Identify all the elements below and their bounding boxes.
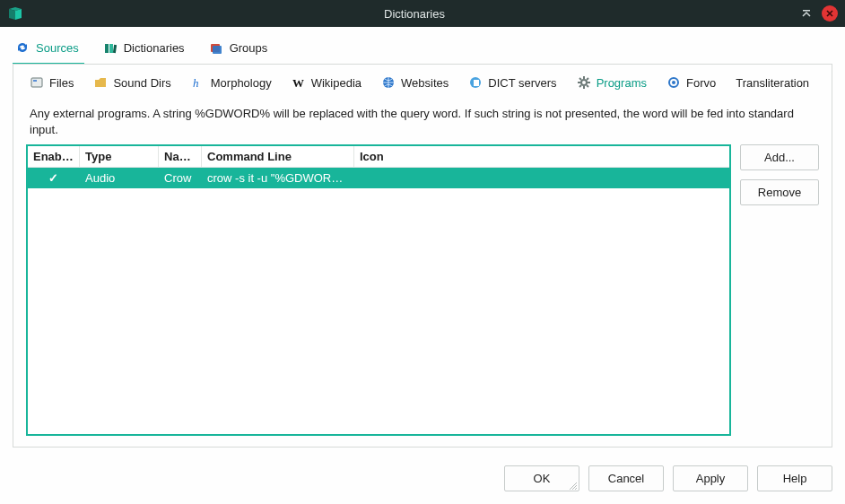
col-name[interactable]: Name xyxy=(159,146,202,167)
svg-rect-0 xyxy=(803,10,810,12)
main-tabs: Sources Dictionaries Groups xyxy=(0,27,845,64)
resize-grip-icon xyxy=(570,482,577,490)
morph-icon: h xyxy=(191,75,205,90)
forvo-icon xyxy=(666,75,681,90)
svg-line-21 xyxy=(579,85,581,87)
svg-line-20 xyxy=(587,78,588,80)
svg-rect-5 xyxy=(213,46,222,54)
svg-text:W: W xyxy=(292,76,304,89)
svg-point-13 xyxy=(581,80,587,85)
add-button[interactable]: Add... xyxy=(740,144,819,170)
drive-icon xyxy=(30,75,44,90)
cell-type[interactable]: Audio xyxy=(80,168,159,188)
tab-sources-label: Sources xyxy=(36,41,79,55)
sub-tab-programs[interactable]: Programs xyxy=(577,75,647,93)
sub-tab-files-label: Files xyxy=(49,76,74,90)
remove-button[interactable]: Remove xyxy=(740,179,819,205)
description-text: Any external programs. A string %GDWORD%… xyxy=(26,102,819,144)
check-icon: ✓ xyxy=(33,171,74,185)
tab-groups[interactable]: Groups xyxy=(206,36,274,64)
sub-tab-forvo[interactable]: Forvo xyxy=(666,75,716,93)
sub-tab-transliteration-label: Transliteration xyxy=(736,76,809,90)
dialog-buttons: OK Cancel Apply Help xyxy=(0,456,845,504)
tab-dictionaries-label: Dictionaries xyxy=(124,41,185,55)
sub-tab-websites[interactable]: Websites xyxy=(381,75,449,93)
col-icon[interactable]: Icon xyxy=(354,146,729,167)
tab-sources[interactable]: Sources xyxy=(13,36,84,65)
sub-tab-sounddirs[interactable]: Sound Dirs xyxy=(93,75,170,93)
sub-tab-transliteration[interactable]: Transliteration xyxy=(736,76,809,93)
content-frame: Files Sound Dirs h Morphology W Wikipedi… xyxy=(13,64,832,448)
apply-button[interactable]: Apply xyxy=(673,465,748,491)
sub-tab-wikipedia[interactable]: W Wikipedia xyxy=(292,75,362,93)
col-type[interactable]: Type xyxy=(80,146,159,167)
sub-tab-dict[interactable]: DICT servers xyxy=(468,75,556,93)
svg-rect-6 xyxy=(31,78,42,87)
books-icon xyxy=(102,40,118,56)
sub-tabs: Files Sound Dirs h Morphology W Wikipedi… xyxy=(26,74,819,102)
window-controls xyxy=(798,5,838,22)
wikipedia-icon: W xyxy=(292,75,306,90)
cancel-button[interactable]: Cancel xyxy=(588,465,664,491)
refresh-icon xyxy=(14,39,30,56)
table-action-row: Enabled Type Name Command Line Icon ✓ Au… xyxy=(26,144,819,436)
globe-icon xyxy=(381,75,396,90)
app-icon xyxy=(7,5,23,22)
sub-tab-files[interactable]: Files xyxy=(30,75,74,93)
table-row[interactable]: ✓ Audio Crow crow -s it -u "%GDWORD%" xyxy=(28,168,729,188)
gear-icon xyxy=(577,75,591,90)
table-header: Enabled Type Name Command Line Icon xyxy=(28,146,729,168)
sub-tab-morphology[interactable]: h Morphology xyxy=(191,75,272,93)
window-title: Dictionaries xyxy=(30,7,798,21)
ok-button[interactable]: OK xyxy=(504,465,579,491)
tab-groups-label: Groups xyxy=(230,41,268,55)
ok-label: OK xyxy=(534,472,551,485)
stack-icon xyxy=(208,40,224,56)
cell-name[interactable]: Crow xyxy=(159,168,202,188)
programs-table[interactable]: Enabled Type Name Command Line Icon ✓ Au… xyxy=(26,144,731,436)
sub-tab-dict-label: DICT servers xyxy=(488,76,556,90)
svg-rect-3 xyxy=(113,44,117,52)
col-enabled[interactable]: Enabled xyxy=(28,146,80,167)
titlebar: Dictionaries xyxy=(0,0,845,27)
dict-server-icon xyxy=(468,75,483,90)
svg-rect-2 xyxy=(109,44,113,53)
sub-tab-sounddirs-label: Sound Dirs xyxy=(113,76,170,90)
minimize-button[interactable] xyxy=(798,5,815,22)
col-command[interactable]: Command Line xyxy=(202,146,354,167)
cell-enabled[interactable]: ✓ xyxy=(28,168,80,188)
help-button[interactable]: Help xyxy=(757,465,832,491)
svg-line-19 xyxy=(587,85,588,87)
sub-tab-forvo-label: Forvo xyxy=(686,76,716,90)
svg-rect-1 xyxy=(105,44,109,53)
side-buttons: Add... Remove xyxy=(740,144,819,436)
sub-tab-wikipedia-label: Wikipedia xyxy=(311,76,362,90)
cell-icon[interactable] xyxy=(354,168,729,188)
svg-rect-7 xyxy=(33,80,37,82)
cell-command[interactable]: crow -s it -u "%GDWORD%" xyxy=(202,168,354,188)
sub-tab-programs-label: Programs xyxy=(597,76,647,90)
tab-dictionaries[interactable]: Dictionaries xyxy=(100,36,190,64)
svg-line-18 xyxy=(579,78,581,80)
window-body: Sources Dictionaries Groups Files xyxy=(0,27,845,504)
table-body: ✓ Audio Crow crow -s it -u "%GDWORD%" xyxy=(28,168,729,434)
svg-rect-12 xyxy=(474,80,479,86)
folder-sound-icon xyxy=(93,75,108,90)
svg-point-23 xyxy=(672,81,675,84)
sub-tab-websites-label: Websites xyxy=(401,76,449,90)
svg-text:h: h xyxy=(193,76,199,89)
sub-tab-morphology-label: Morphology xyxy=(211,76,272,90)
close-button[interactable] xyxy=(822,5,838,22)
